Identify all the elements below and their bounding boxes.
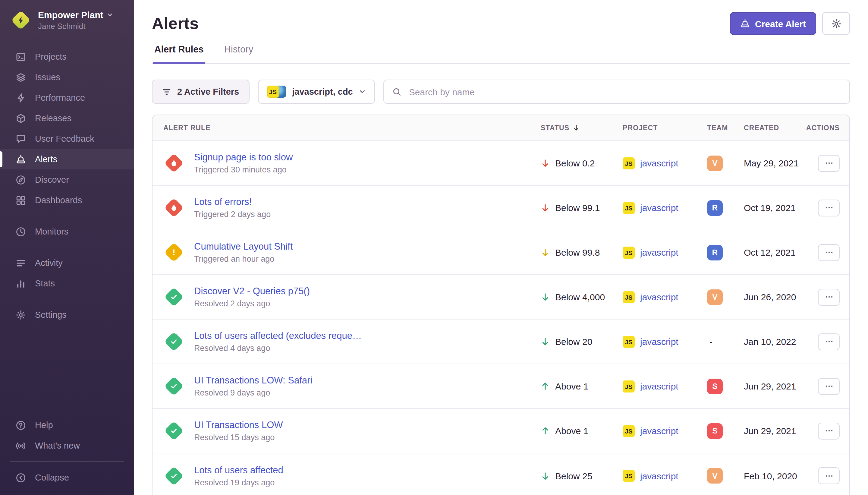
sidebar-item-label: Dashboards <box>35 195 82 205</box>
sidebar-item-discover[interactable]: Discover <box>0 169 134 190</box>
team-avatar: S <box>707 378 723 394</box>
row-actions-button[interactable] <box>818 155 840 172</box>
alert-rule-link[interactable]: Lots of users affected (excludes reque… <box>194 330 362 341</box>
sidebar-item-projects[interactable]: Projects <box>0 47 134 67</box>
ellipsis-icon <box>824 158 833 168</box>
sidebar-item-monitors[interactable]: Monitors <box>0 221 134 242</box>
resolved-icon <box>164 287 184 307</box>
javascript-platform-icon: JS <box>623 470 635 482</box>
alert-rule-link[interactable]: Cumulative Layout Shift <box>194 241 293 252</box>
sidebar-item-label: Help <box>35 420 53 430</box>
discover-icon <box>16 174 26 185</box>
team-avatar: R <box>707 200 723 216</box>
sidebar-item-help[interactable]: Help <box>0 415 134 435</box>
alert-rule-link[interactable]: Discover V2 - Queries p75() <box>194 286 310 297</box>
alert-rule-link[interactable]: Signup page is too slow <box>194 152 293 163</box>
sidebar-item-user-feedback[interactable]: User Feedback <box>0 129 134 149</box>
project-filter-label: javascript, cdc <box>292 87 353 97</box>
sidebar-item-dashboards[interactable]: Dashboards <box>0 190 134 210</box>
app-root: Empower Plant Jane Schmidt ProjectsIssue… <box>0 0 868 495</box>
ellipsis-icon <box>824 337 833 346</box>
project-link[interactable]: javascript <box>640 426 678 436</box>
critical-icon <box>164 198 184 217</box>
resolved-glyph-icon <box>170 472 178 480</box>
row-actions-button[interactable] <box>818 422 840 439</box>
project-link[interactable]: javascript <box>640 247 678 257</box>
created-date: Oct 12, 2021 <box>744 247 810 257</box>
sidebar-item-label: Issues <box>35 72 60 82</box>
row-actions-button[interactable] <box>818 333 840 350</box>
project-link[interactable]: javascript <box>640 381 678 391</box>
row-actions-button[interactable] <box>818 289 840 305</box>
project-filter-select[interactable]: JS javascript, cdc <box>258 80 375 104</box>
page-title: Alerts <box>152 14 198 33</box>
javascript-platform-icon: JS <box>623 425 635 437</box>
row-actions-button[interactable] <box>818 467 840 484</box>
resolved-glyph-icon <box>170 293 178 301</box>
sidebar-item-whats-new[interactable]: What's new <box>0 435 134 456</box>
sidebar-item-label: Discover <box>35 175 69 185</box>
project-link[interactable]: javascript <box>640 337 678 347</box>
sidebar-item-stats[interactable]: Stats <box>0 273 134 294</box>
row-actions-button[interactable] <box>818 199 840 216</box>
sidebar-item-label: Settings <box>35 310 67 320</box>
project-link[interactable]: javascript <box>640 471 678 481</box>
status-text: Below 4,000 <box>555 292 605 302</box>
alert-rule-subtitle: Resolved 15 days ago <box>194 433 283 442</box>
sidebar-bottom: HelpWhat's newCollapse <box>0 415 134 495</box>
javascript-platform-icon: JS <box>267 86 279 98</box>
created-date: Jun 29, 2021 <box>744 381 810 391</box>
tab-alert-rules[interactable]: Alert Rules <box>153 44 205 64</box>
sidebar-item-collapse[interactable]: Collapse <box>0 467 134 488</box>
created-date: Jan 10, 2022 <box>744 337 810 347</box>
table-row: Discover V2 - Queries p75() Resolved 2 d… <box>153 275 849 320</box>
sidebar-item-alerts[interactable]: Alerts <box>0 149 134 169</box>
performance-icon <box>16 92 26 103</box>
alerts-icon <box>16 154 26 164</box>
arrow-down-icon <box>541 248 550 257</box>
resolved-icon <box>164 466 184 485</box>
sidebar-item-activity[interactable]: Activity <box>0 253 134 273</box>
create-alert-button[interactable]: Create Alert <box>730 12 816 35</box>
active-filters-button[interactable]: 2 Active Filters <box>152 80 249 104</box>
alert-rule-link[interactable]: UI Transactions LOW: Safari <box>194 375 312 386</box>
sidebar-item-performance[interactable]: Performance <box>0 87 134 108</box>
active-filters-label: 2 Active Filters <box>177 87 239 97</box>
sidebar-item-settings[interactable]: Settings <box>0 305 134 325</box>
sidebar-item-issues[interactable]: Issues <box>0 67 134 87</box>
sidebar-nav: ProjectsIssuesPerformanceReleasesUser Fe… <box>0 34 134 415</box>
column-header-project: Project <box>623 124 707 132</box>
status-text: Below 99.8 <box>555 247 600 257</box>
alert-rule-subtitle: Triggered 30 minutes ago <box>194 165 293 174</box>
filter-row: 2 Active Filters JS javascript, cdc <box>152 80 850 104</box>
org-switcher[interactable]: Empower Plant Jane Schmidt <box>0 0 134 34</box>
project-link[interactable]: javascript <box>640 292 678 302</box>
alert-rule-subtitle: Resolved 4 days ago <box>194 344 362 353</box>
arrow-down-icon <box>541 203 550 212</box>
team-avatar: S <box>707 423 723 439</box>
created-date: Feb 10, 2020 <box>744 471 810 481</box>
sidebar-item-label: Alerts <box>35 154 57 164</box>
row-actions-button[interactable] <box>818 378 840 395</box>
project-link[interactable]: javascript <box>640 158 678 168</box>
ellipsis-icon <box>824 248 833 257</box>
sidebar-item-label: Releases <box>35 113 71 123</box>
sidebar-item-releases[interactable]: Releases <box>0 108 134 129</box>
alert-rule-link[interactable]: UI Transactions LOW <box>194 420 283 430</box>
team-avatar: R <box>707 244 723 260</box>
table-row: Signup page is too slow Triggered 30 min… <box>153 141 849 186</box>
column-header-status[interactable]: Status <box>541 124 623 132</box>
alert-rule-link[interactable]: Lots of errors! <box>194 197 271 207</box>
alert-rule-subtitle: Resolved 19 days ago <box>194 478 283 487</box>
settings-button[interactable] <box>822 12 850 35</box>
tab-history[interactable]: History <box>223 44 254 64</box>
team-avatar: V <box>707 289 723 305</box>
sidebar-item-label: Monitors <box>35 227 68 236</box>
alert-rule-link[interactable]: Lots of users affected <box>194 464 283 475</box>
project-link[interactable]: javascript <box>640 203 678 213</box>
search-input[interactable] <box>408 86 841 97</box>
status-text: Below 20 <box>555 337 592 347</box>
issues-icon <box>16 72 26 82</box>
sidebar-item-label: What's new <box>35 441 80 450</box>
row-actions-button[interactable] <box>818 244 840 261</box>
